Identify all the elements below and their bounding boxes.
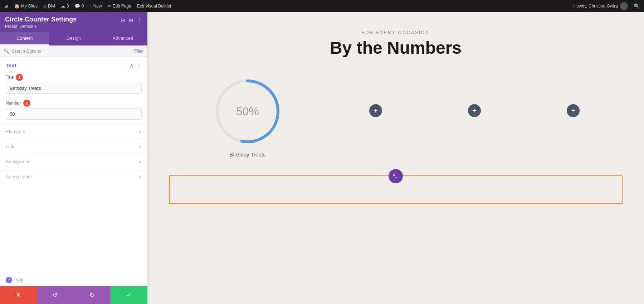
- undo-icon: ↺: [53, 291, 58, 299]
- background-arrow-icon: ∨: [138, 159, 142, 164]
- quote-left-panel: [170, 176, 396, 203]
- pencil-icon: ✏: [108, 4, 111, 9]
- page-content: FOR EVERY OCCASION By the Numbers 50% Bi…: [147, 12, 644, 304]
- sidebar-header-left: Circle Counter Settings Preset: Default …: [5, 16, 77, 29]
- admin-label-arrow-icon: ∨: [138, 174, 142, 179]
- minimize-icon[interactable]: ⊟: [121, 17, 125, 24]
- title-label: Title 1: [6, 74, 142, 81]
- sidebar-tabs: Content Design Advanced: [0, 32, 147, 45]
- comment-icon-count: 0: [82, 4, 84, 9]
- title-badge: 1: [16, 74, 23, 81]
- text-more-button[interactable]: ⋮: [137, 63, 142, 68]
- quote-right-panel: [396, 176, 622, 203]
- comment-bubble-item[interactable]: 💬 0: [75, 4, 84, 9]
- number-input[interactable]: [6, 108, 142, 120]
- text-section-title: Text: [6, 62, 16, 68]
- more-icon[interactable]: ⋮: [137, 17, 142, 24]
- preset-chevron-icon: ▾: [34, 24, 36, 29]
- link-header[interactable]: Link ∨: [0, 139, 147, 154]
- redo-icon: ↻: [89, 291, 95, 299]
- tab-design[interactable]: Design: [49, 32, 98, 45]
- new-item[interactable]: + New: [89, 4, 102, 9]
- number-label-text: Number: [6, 101, 21, 106]
- howdy-section: Howdy, Christina Gwira: [574, 2, 628, 10]
- cloud-icon: ☁: [61, 4, 65, 9]
- elements-section: Elements ∨: [0, 124, 147, 139]
- cancel-button[interactable]: ✕: [0, 286, 37, 304]
- quote-section: ❝…: [169, 175, 623, 204]
- help-section[interactable]: ? Help: [0, 274, 147, 286]
- sidebar-header: Circle Counter Settings Preset: Default …: [0, 12, 147, 32]
- elements-title: Elements: [6, 129, 25, 134]
- title-input[interactable]: [6, 83, 142, 94]
- text-section-controls: ∧ ⋮: [130, 62, 142, 69]
- filter-label: + Filter: [131, 49, 144, 54]
- sidebar-actions: ✕ ↺ ↻ ✓: [0, 286, 147, 304]
- page-subtitle: FOR EVERY OCCASION: [155, 30, 637, 35]
- add-module-button-1[interactable]: +: [369, 104, 382, 117]
- avatar[interactable]: [620, 2, 628, 10]
- wp-admin-bar: ⊕ 🏠 My Sites ◇ Divi ☁ 3 💬 0 + New ✏ Edit…: [0, 0, 644, 12]
- elements-arrow-icon: ∨: [138, 129, 142, 134]
- sidebar-preset[interactable]: Preset: Default ▾: [5, 24, 77, 29]
- divi-icon: ◇: [43, 4, 47, 9]
- main-area: Circle Counter Settings Preset: Default …: [0, 12, 644, 304]
- my-sites-label: My Sites: [21, 4, 38, 9]
- elements-header[interactable]: Elements ∨: [0, 124, 147, 139]
- divi-label: Divi: [48, 4, 55, 9]
- text-collapse-button[interactable]: ∧: [130, 62, 134, 69]
- circle-counter: 50%: [212, 76, 283, 147]
- tab-advanced[interactable]: Advanced: [98, 32, 147, 45]
- add-module-button-3[interactable]: +: [567, 104, 580, 117]
- link-section: Link ∨: [0, 139, 147, 154]
- search-icon[interactable]: 🔍: [634, 3, 640, 9]
- canvas-area: FOR EVERY OCCASION By the Numbers 50% Bi…: [147, 12, 644, 304]
- background-header[interactable]: Background ∨: [0, 154, 147, 169]
- redo-button[interactable]: ↻: [74, 286, 111, 304]
- comments-item[interactable]: ☁ 3: [61, 4, 69, 9]
- save-icon: ✓: [126, 291, 132, 299]
- sidebar-title: Circle Counter Settings: [5, 16, 77, 23]
- tab-content[interactable]: Content: [0, 32, 49, 45]
- admin-label-header[interactable]: Admin Label ∨: [0, 169, 147, 184]
- quote-icon-button[interactable]: ❝…: [389, 169, 403, 183]
- background-section: Background ∨: [0, 154, 147, 169]
- page-main-title: By the Numbers: [155, 38, 637, 58]
- wp-icon: ⊕: [4, 3, 9, 9]
- help-icon: ?: [6, 277, 12, 283]
- admin-label-section: Admin Label ∨: [0, 169, 147, 184]
- title-label-text: Title: [6, 75, 14, 80]
- counter-section: 50% Birthday Treats + + +: [147, 65, 644, 168]
- comments-count: 3: [67, 4, 69, 9]
- text-section-header: Text ∧ ⋮: [0, 57, 147, 72]
- number-badge: 2: [23, 100, 30, 107]
- link-arrow-icon: ∨: [138, 144, 142, 149]
- exit-builder-label: Exit Visual Builder: [137, 4, 172, 9]
- my-sites-item[interactable]: 🏠 My Sites: [14, 4, 38, 9]
- add-module-button-2[interactable]: +: [468, 104, 481, 117]
- help-label: Help: [14, 278, 23, 283]
- title-field-group: Title 1: [0, 72, 147, 98]
- divi-item[interactable]: ◇ Divi: [43, 4, 55, 9]
- my-sites-icon: 🏠: [14, 4, 20, 9]
- circle-counter-wrapper: 50% Birthday Treats: [212, 76, 283, 158]
- quote-icon: ❝…: [392, 174, 399, 179]
- link-title: Link: [6, 144, 14, 149]
- edit-page-item[interactable]: ✏ Edit Page: [108, 4, 131, 9]
- admin-label-title: Admin Label: [6, 174, 31, 179]
- circle-percentage: 50%: [236, 105, 259, 118]
- sidebar-content: Text ∧ ⋮ Title 1 N: [0, 57, 147, 274]
- wp-logo-item[interactable]: ⊕: [4, 3, 9, 9]
- edit-page-label: Edit Page: [113, 4, 131, 9]
- save-button[interactable]: ✓: [111, 286, 147, 304]
- bubble-icon: 💬: [75, 4, 80, 9]
- expand-icon[interactable]: ⊞: [129, 17, 133, 24]
- cancel-icon: ✕: [16, 291, 21, 299]
- undo-button[interactable]: ↺: [37, 286, 74, 304]
- howdy-label: Howdy, Christina Gwira: [574, 4, 618, 9]
- exit-builder-item[interactable]: Exit Visual Builder: [137, 4, 172, 9]
- number-field-group: Number 2: [0, 98, 147, 124]
- page-header-section: FOR EVERY OCCASION By the Numbers: [147, 12, 644, 65]
- search-input[interactable]: [11, 49, 128, 54]
- filter-button[interactable]: + Filter: [131, 49, 144, 54]
